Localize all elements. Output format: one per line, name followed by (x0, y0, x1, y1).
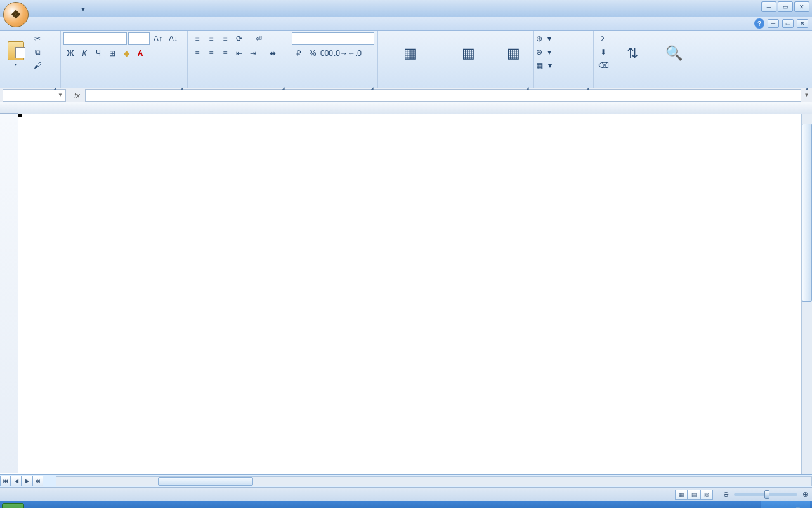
align-bottom-icon[interactable]: ≡ (218, 32, 232, 45)
sheet-tab-bar: ⏮ ◀ ▶ ⏭ (0, 474, 812, 487)
font-size-select[interactable] (128, 32, 150, 45)
vertical-scrollbar[interactable] (801, 114, 812, 474)
insert-cells-button[interactable]: ⊕ ▾ (536, 32, 592, 45)
group-clipboard-label (3, 86, 58, 86)
page-break-view-icon[interactable]: ▧ (700, 490, 713, 500)
ribbon-tabs: ? ─ ▭ ✕ (0, 17, 812, 31)
windows-taskbar: ⊞ « 🛡 🔊 (0, 501, 812, 508)
underline-button[interactable]: Ч (91, 47, 105, 60)
page-layout-view-icon[interactable]: ▤ (688, 490, 700, 500)
column-headers (0, 102, 812, 114)
paste-button[interactable]: ▼ (3, 32, 29, 74)
find-select-button[interactable]: 🔍 (655, 32, 693, 74)
fx-icon[interactable]: fx (70, 89, 84, 102)
name-box[interactable]: ▼ (3, 89, 66, 102)
font-color-button[interactable]: A (133, 47, 147, 60)
group-styles-label (381, 86, 530, 86)
orientation-icon[interactable]: ⟳ (232, 32, 246, 45)
select-all-corner[interactable] (0, 102, 18, 114)
help-icon[interactable]: ? (754, 18, 764, 29)
save-icon[interactable] (33, 3, 46, 15)
sort-filter-button[interactable]: ⇅ (612, 32, 653, 74)
system-tray: « 🛡 🔊 (761, 501, 810, 508)
cells-area[interactable] (18, 114, 812, 473)
zoom-in-button[interactable]: ⊕ (802, 490, 808, 498)
title-bar: ❖ ▾ ─ ▭ ✕ (0, 0, 812, 17)
comma-icon[interactable]: 000 (320, 47, 334, 60)
italic-button[interactable]: К (77, 47, 91, 60)
zoom-slider[interactable] (734, 493, 797, 496)
group-font-label (63, 86, 185, 86)
status-bar: ▦ ▤ ▧ ⊖ ⊕ (0, 487, 812, 501)
minimize-button[interactable]: ─ (761, 1, 776, 12)
start-button[interactable]: ⊞ (2, 503, 24, 508)
number-format-select[interactable] (292, 32, 374, 45)
decrease-font-icon[interactable]: A↓ (166, 32, 180, 45)
format-as-table-button[interactable]: ▦ (440, 32, 496, 74)
increase-decimal-icon[interactable]: .0→ (334, 47, 348, 60)
font-name-select[interactable] (63, 32, 127, 45)
wrap-text-button[interactable]: ⏎ (246, 32, 272, 45)
quick-access-toolbar: ▾ (33, 0, 89, 17)
horizontal-scrollbar[interactable] (56, 476, 812, 486)
ribbon-close-button[interactable]: ✕ (797, 19, 808, 28)
ribbon: ▼ ✂ ⧉ 🖌 A↑ A↓ Ж К Ч ⊞ ◆ A (0, 31, 812, 88)
zoom-out-button[interactable]: ⊖ (723, 490, 729, 498)
cell-styles-button[interactable]: ▦ (497, 32, 529, 74)
increase-indent-icon[interactable]: ⇥ (246, 47, 260, 60)
bold-button[interactable]: Ж (63, 47, 77, 60)
ribbon-restore-button[interactable]: ▭ (782, 19, 794, 28)
align-right-icon[interactable]: ≡ (218, 47, 232, 60)
increase-font-icon[interactable]: A↑ (151, 32, 165, 45)
paste-icon (8, 41, 24, 60)
row-headers (0, 114, 18, 473)
formula-input[interactable] (85, 89, 801, 102)
fill-icon[interactable]: ⬇ (596, 46, 610, 58)
undo-icon[interactable] (48, 3, 60, 15)
sheet-nav-last-icon[interactable]: ⏭ (32, 476, 43, 486)
sheet-nav-next-icon[interactable]: ▶ (22, 476, 32, 486)
conditional-format-button[interactable]: ▦ (381, 32, 439, 74)
sheet-nav-prev-icon[interactable]: ◀ (11, 476, 22, 486)
cut-icon[interactable]: ✂ (30, 32, 44, 45)
spreadsheet-grid (0, 102, 812, 474)
decrease-decimal-icon[interactable]: ←.0 (348, 47, 362, 60)
redo-icon[interactable] (62, 3, 75, 15)
sheet-nav-first-icon[interactable]: ⏮ (0, 476, 11, 486)
group-number-label (292, 86, 375, 86)
group-cells-label (536, 86, 591, 86)
maximize-button[interactable]: ▭ (778, 1, 793, 12)
decrease-indent-icon[interactable]: ⇤ (232, 47, 246, 60)
border-button[interactable]: ⊞ (105, 47, 119, 60)
percent-icon[interactable]: % (306, 47, 320, 60)
autosum-icon[interactable]: Σ (596, 32, 610, 45)
selection-indicator (18, 114, 21, 117)
group-align-label (190, 86, 286, 86)
align-top-icon[interactable]: ≡ (190, 32, 204, 45)
office-button[interactable]: ❖ (3, 2, 29, 27)
align-middle-icon[interactable]: ≡ (204, 32, 218, 45)
format-painter-icon[interactable]: 🖌 (30, 59, 44, 72)
currency-icon[interactable]: ₽ (292, 47, 306, 60)
qat-more-icon[interactable]: ▾ (77, 3, 89, 15)
delete-cells-button[interactable]: ⊖ ▾ (536, 46, 592, 58)
merge-button[interactable]: ⬌ (260, 47, 285, 60)
formula-bar: ▼ fx ▼ (0, 88, 812, 102)
ribbon-minimize-button[interactable]: ─ (768, 19, 779, 28)
clear-icon[interactable]: ⌫ (596, 59, 610, 72)
close-button[interactable]: ✕ (794, 1, 809, 12)
fill-color-button[interactable]: ◆ (119, 47, 133, 60)
align-center-icon[interactable]: ≡ (204, 47, 218, 60)
normal-view-icon[interactable]: ▦ (675, 490, 688, 500)
group-editing-label (596, 86, 809, 86)
format-cells-button[interactable]: ▦ ▾ (536, 59, 592, 72)
copy-icon[interactable]: ⧉ (30, 46, 44, 58)
align-left-icon[interactable]: ≡ (190, 47, 204, 60)
